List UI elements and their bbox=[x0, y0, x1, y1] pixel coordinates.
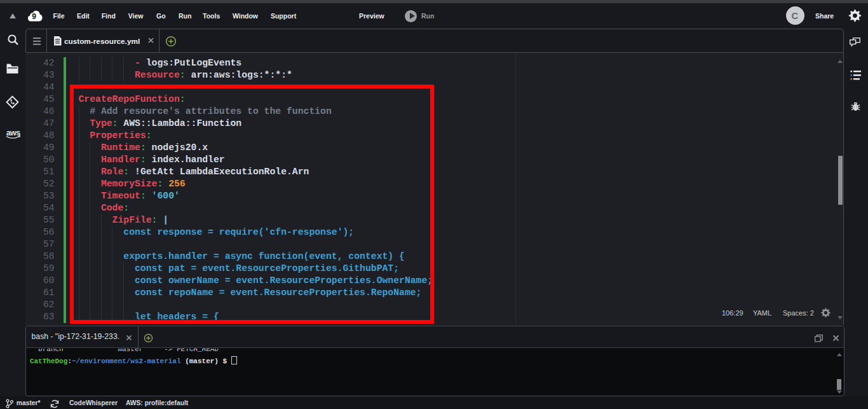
svg-text:9: 9 bbox=[32, 12, 36, 21]
svg-text:aws: aws bbox=[6, 128, 21, 137]
